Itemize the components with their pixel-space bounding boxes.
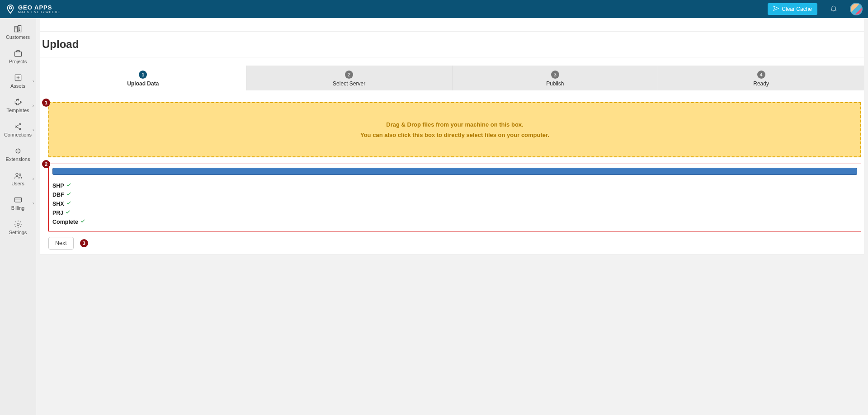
step-label: Publish (453, 80, 658, 87)
sidebar-item-settings[interactable]: Settings (0, 215, 36, 240)
svg-point-6 (20, 102, 21, 103)
paper-plane-icon (773, 5, 779, 13)
step-select-server[interactable]: 2 Select Server (246, 66, 453, 90)
buildings-icon (14, 24, 23, 33)
status-name: PRJ (52, 208, 63, 217)
next-button[interactable]: Next (48, 237, 74, 250)
dropzone-line2: You can also click this box to directly … (360, 132, 549, 138)
upload-progress-bar (52, 168, 857, 175)
clear-cache-button[interactable]: Clear Cache (768, 3, 817, 15)
step-number: 1 (139, 71, 147, 79)
dropzone-line1: Drag & Drop files from your machine on t… (386, 121, 523, 128)
step-number: 3 (551, 71, 559, 79)
stepper: 1 Upload Data 2 Select Server 3 Publish … (40, 66, 864, 90)
check-icon (80, 217, 85, 226)
step-upload-data[interactable]: 1 Upload Data (40, 66, 246, 90)
brand: GEO APPS MAPS EVERYWHERE (5, 4, 61, 14)
brand-mark-icon (5, 4, 15, 14)
credit-card-icon (14, 195, 23, 204)
briefcase-icon (14, 49, 23, 58)
sidebar-item-projects[interactable]: Projects (0, 44, 36, 69)
chevron-right-icon: › (33, 79, 34, 84)
share-icon (14, 122, 23, 131)
svg-rect-3 (14, 52, 21, 57)
step-label: Select Server (246, 80, 452, 87)
step-label: Upload Data (40, 80, 246, 87)
step-label: Ready (658, 80, 864, 87)
svg-rect-12 (14, 198, 21, 202)
sidebar-item-label: Users (11, 181, 24, 186)
upload-progress-panel: SHP DBF SHX (48, 164, 861, 231)
svg-point-13 (17, 223, 19, 226)
step-publish[interactable]: 3 Publish (453, 66, 659, 90)
brand-title: GEO APPS (18, 5, 61, 10)
status-row: Complete (52, 217, 857, 226)
clear-cache-label: Clear Cache (782, 6, 812, 12)
file-dropzone[interactable]: Drag & Drop files from your machine on t… (48, 102, 861, 157)
check-icon (66, 190, 71, 199)
sidebar: Customers Projects Assets › Templates › … (0, 18, 36, 415)
brand-subtitle: MAPS EVERYWHERE (18, 10, 61, 14)
status-row: SHX (52, 199, 857, 208)
sidebar-item-label: Billing (11, 205, 24, 211)
status-row: DBF (52, 190, 857, 199)
sidebar-item-label: Templates (6, 108, 29, 113)
chevron-right-icon: › (33, 127, 34, 132)
sidebar-item-label: Customers (6, 34, 30, 40)
next-label: Next (55, 240, 67, 246)
chevron-right-icon: › (33, 103, 34, 108)
svg-point-7 (15, 126, 16, 127)
chevron-right-icon: › (33, 176, 34, 181)
svg-point-10 (16, 173, 18, 175)
sidebar-item-users[interactable]: Users › (0, 166, 36, 191)
svg-point-9 (19, 128, 20, 129)
users-icon (14, 171, 23, 180)
sidebar-item-templates[interactable]: Templates › (0, 93, 36, 118)
sidebar-item-customers[interactable]: Customers (0, 20, 36, 44)
upload-status-list: SHP DBF SHX (52, 181, 857, 226)
step-ready[interactable]: 4 Ready (658, 66, 864, 90)
avatar[interactable] (850, 3, 863, 15)
plus-square-icon (14, 73, 23, 82)
check-icon (66, 181, 71, 190)
status-name: Complete (52, 217, 78, 226)
step-number: 4 (757, 71, 765, 79)
sidebar-item-connections[interactable]: Connections › (0, 118, 36, 142)
status-name: DBF (52, 190, 64, 199)
status-name: SHX (52, 199, 64, 208)
gear-icon (14, 220, 23, 229)
svg-point-0 (9, 7, 12, 9)
step-number: 2 (345, 71, 353, 79)
callout-3: 3 (80, 239, 88, 247)
sparkle-icon (14, 146, 23, 156)
check-icon (65, 208, 71, 217)
callout-1: 1 (42, 99, 50, 107)
status-row: PRJ (52, 208, 857, 217)
sidebar-item-label: Projects (9, 59, 27, 64)
sidebar-item-extensions[interactable]: Extensions (0, 142, 36, 166)
check-icon (66, 199, 71, 208)
sidebar-item-label: Extensions (6, 156, 30, 162)
notifications-button[interactable] (830, 5, 837, 14)
chevron-right-icon: › (33, 201, 34, 206)
sidebar-item-billing[interactable]: Billing › (0, 191, 36, 215)
callout-2: 2 (42, 160, 50, 168)
main: Upload 1 Upload Data 2 Select Server 3 P… (36, 18, 868, 415)
sidebar-item-assets[interactable]: Assets › (0, 69, 36, 93)
sidebar-item-label: Settings (9, 230, 27, 235)
svg-point-11 (19, 174, 21, 175)
puzzle-icon (14, 98, 23, 107)
sidebar-item-label: Connections (4, 132, 32, 137)
status-row: SHP (52, 181, 857, 190)
status-name: SHP (52, 181, 64, 190)
topbar: GEO APPS MAPS EVERYWHERE Clear Cache (0, 0, 868, 18)
svg-point-8 (19, 123, 20, 125)
page-title: Upload (42, 32, 862, 57)
svg-rect-2 (18, 26, 21, 32)
sidebar-item-label: Assets (10, 83, 25, 89)
